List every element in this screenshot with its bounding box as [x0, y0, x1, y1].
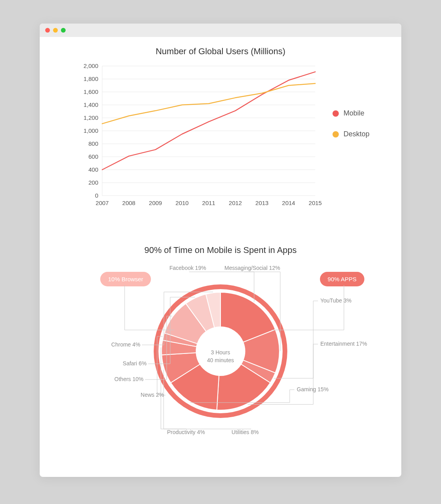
pill-browser: 10% Browser: [100, 272, 151, 286]
pill-apps: 90% APPS: [320, 272, 364, 286]
svg-text:1,600: 1,600: [83, 88, 98, 95]
line-chart-legend: Mobile Desktop: [333, 109, 369, 138]
svg-text:2008: 2008: [122, 200, 135, 206]
pie-slice-label: Entertainment 17%: [320, 341, 367, 347]
svg-text:2015: 2015: [309, 200, 322, 206]
line-chart-title: Number of Global Users (Millions): [53, 46, 388, 57]
svg-text:2010: 2010: [176, 200, 189, 206]
line-chart: 02004006008001,0001,2001,4001,6001,8002,…: [72, 62, 323, 211]
pie-slice-label: Utilities 8%: [232, 429, 259, 435]
line-chart-section: Number of Global Users (Millions) 020040…: [53, 46, 388, 211]
app-window: Number of Global Users (Millions) 020040…: [40, 24, 401, 477]
svg-text:1,400: 1,400: [83, 101, 98, 108]
svg-text:2,000: 2,000: [83, 62, 98, 69]
pie-slice-label: News 2%: [141, 392, 164, 398]
pie-chart-section: 90% of Time on Mobile is Spent in Apps 1…: [53, 245, 388, 457]
window-close-icon[interactable]: [45, 28, 50, 33]
pie-slice-label: Gaming 15%: [297, 386, 329, 392]
pie-slice-label: Productivity 4%: [167, 429, 205, 435]
svg-text:2013: 2013: [255, 200, 268, 206]
svg-text:1,800: 1,800: [83, 75, 98, 82]
svg-text:200: 200: [88, 179, 98, 186]
pie-slice-label: Others 10%: [114, 376, 143, 382]
legend-item-desktop: Desktop: [333, 130, 369, 138]
pie-chart-area: 10% Browser 90% APPS 3 Hours 40 minutes …: [53, 261, 388, 457]
pie-slice-label: Safari 6%: [123, 360, 147, 367]
window-zoom-icon[interactable]: [61, 28, 66, 33]
svg-text:1,200: 1,200: [83, 114, 98, 121]
legend-label: Mobile: [344, 109, 364, 117]
content-area: Number of Global Users (Millions) 020040…: [40, 37, 401, 477]
window-titlebar: [40, 24, 401, 37]
svg-text:0: 0: [95, 192, 98, 199]
svg-text:2014: 2014: [282, 200, 295, 206]
pie-slice-label: Chrome 4%: [111, 341, 140, 348]
svg-text:2007: 2007: [96, 200, 108, 206]
svg-text:800: 800: [88, 140, 98, 147]
svg-text:2012: 2012: [229, 200, 242, 206]
pie-slice-label: YouTube 3%: [320, 297, 351, 304]
svg-text:2011: 2011: [202, 200, 215, 206]
pie-slice-label: Facebook 19%: [169, 265, 206, 271]
pie-center-line2: 40 minutes: [207, 357, 234, 363]
pie-slice-label: Messaging/Social 12%: [224, 265, 280, 271]
legend-dot-icon: [333, 131, 339, 137]
svg-text:1,000: 1,000: [83, 127, 98, 134]
legend-dot-icon: [333, 110, 339, 117]
window-minimize-icon[interactable]: [53, 28, 58, 33]
pie-center-line1: 3 Hours: [211, 349, 230, 356]
svg-text:400: 400: [88, 166, 98, 173]
svg-text:600: 600: [88, 153, 98, 160]
legend-item-mobile: Mobile: [333, 109, 369, 117]
pie-center-label: 3 Hours 40 minutes: [207, 349, 234, 364]
svg-text:2009: 2009: [149, 200, 162, 206]
legend-label: Desktop: [344, 130, 369, 138]
pie-chart-title: 90% of Time on Mobile is Spent in Apps: [53, 245, 388, 255]
